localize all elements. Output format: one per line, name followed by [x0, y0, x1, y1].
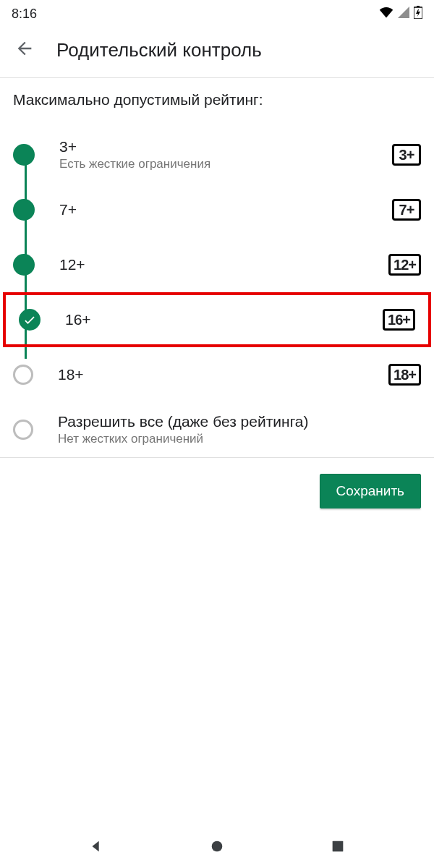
- save-button[interactable]: Сохранить: [320, 474, 421, 509]
- option-sublabel: Нет жестких ограничений: [58, 432, 421, 446]
- system-nav-bar: [0, 827, 434, 868]
- wifi-icon: [379, 7, 393, 22]
- status-icons: [379, 6, 422, 22]
- option-label: 7+: [59, 201, 392, 218]
- svg-rect-3: [332, 841, 343, 852]
- rating-option-12plus[interactable]: 12+ 12+: [0, 237, 434, 292]
- option-label: 12+: [59, 256, 388, 273]
- option-sublabel: Есть жесткие ограничения: [59, 157, 392, 171]
- rating-option-7plus[interactable]: 7+ 7+: [0, 182, 434, 237]
- battery-icon: [414, 6, 422, 22]
- svg-rect-1: [417, 6, 420, 7]
- rating-option-16plus[interactable]: 16+ 16+: [3, 292, 431, 347]
- rating-badge: 3+: [392, 144, 421, 166]
- rating-option-3plus[interactable]: 3+ Есть жесткие ограничения 3+: [0, 127, 434, 182]
- option-label: 16+: [65, 311, 383, 328]
- nav-back-icon[interactable]: [88, 838, 104, 857]
- app-bar: Родительский контроль: [0, 25, 434, 77]
- status-time: 8:16: [12, 7, 37, 22]
- rating-options: 3+ Есть жесткие ограничения 3+ 7+ 7+ 12+…: [0, 120, 434, 457]
- status-bar: 8:16: [0, 0, 434, 25]
- rating-option-allow-all[interactable]: Разрешить все (даже без рейтинга) Нет же…: [0, 402, 434, 457]
- radio-filled-icon: [13, 254, 35, 276]
- nav-recent-icon[interactable]: [330, 838, 346, 857]
- page-title: Родительский контроль: [56, 39, 262, 61]
- radio-filled-icon: [13, 144, 35, 166]
- svg-point-2: [212, 841, 223, 852]
- radio-filled-icon: [13, 199, 35, 221]
- rating-option-18plus[interactable]: 18+ 18+: [0, 347, 434, 402]
- option-label: Разрешить все (даже без рейтинга): [58, 413, 421, 430]
- option-label: 3+: [59, 138, 392, 156]
- rating-badge: 7+: [392, 199, 421, 221]
- cell-signal-icon: [398, 7, 409, 22]
- option-label: 18+: [58, 366, 388, 383]
- radio-empty-icon: [13, 365, 33, 385]
- radio-empty-icon: [13, 420, 33, 440]
- rating-badge: 16+: [383, 309, 415, 331]
- radio-checked-icon: [19, 309, 41, 331]
- nav-home-icon[interactable]: [209, 838, 225, 857]
- rating-badge: 12+: [388, 254, 421, 276]
- section-label: Максимально допустимый рейтинг:: [0, 78, 434, 120]
- rating-badge: 18+: [388, 364, 421, 386]
- back-icon[interactable]: [14, 38, 35, 61]
